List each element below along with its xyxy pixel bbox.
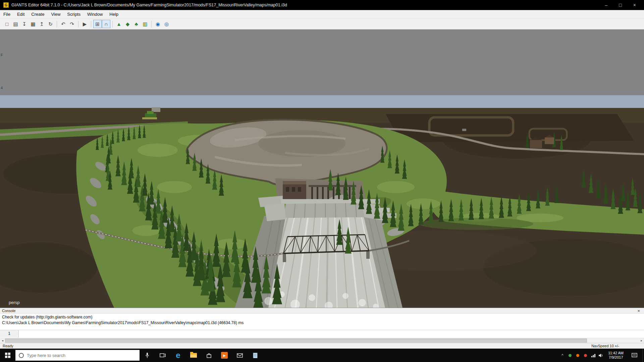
- terrain-paint-icon: ◆: [126, 21, 130, 27]
- toolbar-separator: [91, 21, 91, 27]
- network-icon[interactable]: [589, 349, 597, 362]
- export-button[interactable]: ↥: [38, 20, 46, 28]
- open-file-button[interactable]: ▤: [11, 20, 20, 28]
- shader-settings-button[interactable]: ◎: [162, 20, 171, 28]
- menu-edit[interactable]: Edit: [14, 10, 28, 18]
- status-ready: Ready: [3, 344, 13, 348]
- menu-scripts[interactable]: Scripts: [64, 10, 84, 18]
- taskbar: e ▶ ^ 11:42 AM: [0, 349, 644, 362]
- vehicle-small[interactable]: [462, 129, 466, 131]
- scrollbar-thumb[interactable]: [5, 339, 587, 343]
- volume-icon[interactable]: [597, 349, 605, 362]
- menu-help[interactable]: Help: [106, 10, 122, 18]
- clock-time: 11:42 AM: [608, 351, 624, 355]
- terrain-foliage-icon: ♣: [135, 21, 138, 27]
- toolbar-separator: [57, 21, 57, 27]
- script-editor-row: 1: [0, 330, 644, 338]
- console-close-button[interactable]: ×: [635, 308, 642, 313]
- toolbar-separator: [151, 21, 152, 27]
- window-title: GIANTS Editor 64bit 7.1.0 - C:/Users/Jac…: [11, 3, 287, 7]
- viewport-3d[interactable]: F 4 persp: [0, 29, 644, 308]
- save-icon: ▦: [31, 21, 35, 27]
- status-bar: Ready NavSpeed 10 +/-: [0, 343, 644, 349]
- viewport-edge-mark: 4: [1, 86, 3, 90]
- hidden-icons-chevron[interactable]: ^: [558, 349, 566, 362]
- toolbar-separator: [112, 21, 113, 27]
- file-explorer-icon[interactable]: [186, 349, 201, 362]
- console-header: Console ×: [0, 308, 644, 314]
- menu-create[interactable]: Create: [28, 10, 48, 18]
- terrain-sculpt-icon: ▲: [116, 21, 121, 27]
- giants-editor-window: G GIANTS Editor 64bit 7.1.0 - C:/Users/J…: [0, 0, 644, 362]
- mail-icon[interactable]: [232, 349, 248, 362]
- terrain-paint-button[interactable]: ◆: [123, 20, 132, 28]
- nav-speed-label: NavSpeed 10 +/-: [591, 344, 641, 348]
- console-title: Console: [2, 309, 15, 313]
- menu-file[interactable]: File: [0, 10, 14, 18]
- undo-button[interactable]: ↶: [59, 20, 67, 28]
- search-circle-icon: [19, 353, 24, 358]
- toolbar: □ ▤ ↧ ▦ ↥ ↻ ↶ ↷ ▶ ⊞ ∩ ▲ ◆ ♣ ▥ ◉ ◎: [0, 19, 644, 29]
- task-view-icon[interactable]: [155, 349, 170, 362]
- start-button[interactable]: [0, 349, 15, 362]
- play-button[interactable]: ▶: [80, 20, 89, 28]
- play-icon: ▶: [83, 21, 87, 27]
- menu-view[interactable]: View: [48, 10, 64, 18]
- scrollbar-track[interactable]: [5, 338, 639, 343]
- shader-settings-icon: ◎: [164, 21, 169, 27]
- terrain-detail-icon: ▥: [143, 21, 147, 27]
- store-icon[interactable]: [201, 349, 217, 362]
- reload-button[interactable]: ↻: [46, 20, 55, 28]
- save-button[interactable]: ▦: [29, 20, 37, 28]
- menu-window[interactable]: Window: [84, 10, 106, 18]
- app-icon: G: [3, 2, 9, 8]
- console-panel: Console × Check for updates (http://gdn.…: [0, 308, 644, 338]
- movies-tv-icon[interactable]: ▶: [217, 349, 232, 362]
- edge-icon[interactable]: e: [170, 349, 186, 362]
- tray-app-green-icon[interactable]: [566, 349, 574, 362]
- notepad-icon[interactable]: [248, 349, 263, 362]
- terrain-sculpt-button[interactable]: ▲: [115, 20, 123, 28]
- new-file-button[interactable]: □: [3, 20, 11, 28]
- tray-app-orange-icon[interactable]: [574, 349, 582, 362]
- new-file-icon: □: [5, 21, 8, 27]
- microphone-icon[interactable]: [140, 349, 155, 362]
- import-button[interactable]: ↧: [20, 20, 29, 28]
- redo-icon: ↷: [70, 21, 74, 27]
- action-center-icon[interactable]: [627, 349, 642, 362]
- undo-icon: ↶: [61, 21, 65, 27]
- viewport-3d-scene[interactable]: [0, 29, 644, 308]
- close-button[interactable]: ×: [633, 2, 636, 8]
- windows-logo-icon: [5, 353, 10, 358]
- terrain-foliage-button[interactable]: ♣: [132, 20, 141, 28]
- taskbar-search[interactable]: [15, 350, 140, 361]
- menu-bar: File Edit Create View Scripts Window Hel…: [0, 10, 644, 19]
- reload-icon: ↻: [48, 21, 53, 27]
- console-line: C:\Users\Jack L Brown\Documents\My Games…: [2, 320, 642, 326]
- snap-rotate-button[interactable]: ∩: [102, 20, 110, 28]
- open-file-icon: ▤: [13, 21, 18, 27]
- render-settings-button[interactable]: ◉: [154, 20, 162, 28]
- horizontal-scrollbar[interactable]: ◂ ▸: [0, 338, 644, 343]
- camera-label: persp: [9, 300, 20, 305]
- import-icon: ↧: [22, 21, 26, 27]
- taskbar-clock[interactable]: 11:42 AM 7/9/2017: [605, 351, 627, 360]
- terrain-detail-button[interactable]: ▥: [141, 20, 149, 28]
- scroll-right-arrow[interactable]: ▸: [639, 339, 644, 342]
- script-input-line[interactable]: [19, 330, 644, 338]
- snap-translate-icon: ⊞: [95, 21, 100, 27]
- toolbar-separator: [78, 21, 78, 27]
- redo-button[interactable]: ↷: [68, 20, 76, 28]
- viewport-edge-mark: F: [1, 53, 3, 57]
- snap-translate-button[interactable]: ⊞: [93, 20, 102, 28]
- scroll-left-arrow[interactable]: ◂: [0, 339, 5, 342]
- search-input[interactable]: [27, 353, 127, 358]
- minimize-button[interactable]: –: [605, 2, 608, 8]
- tray-app-red-icon[interactable]: [582, 349, 589, 362]
- console-output: Check for updates (http://gdn.giants-sof…: [0, 314, 644, 330]
- maximize-button[interactable]: □: [619, 2, 622, 8]
- script-line-number: 1: [0, 330, 19, 338]
- render-settings-icon: ◉: [156, 21, 160, 27]
- snap-rotate-icon: ∩: [104, 21, 108, 27]
- show-desktop-button[interactable]: [642, 349, 644, 362]
